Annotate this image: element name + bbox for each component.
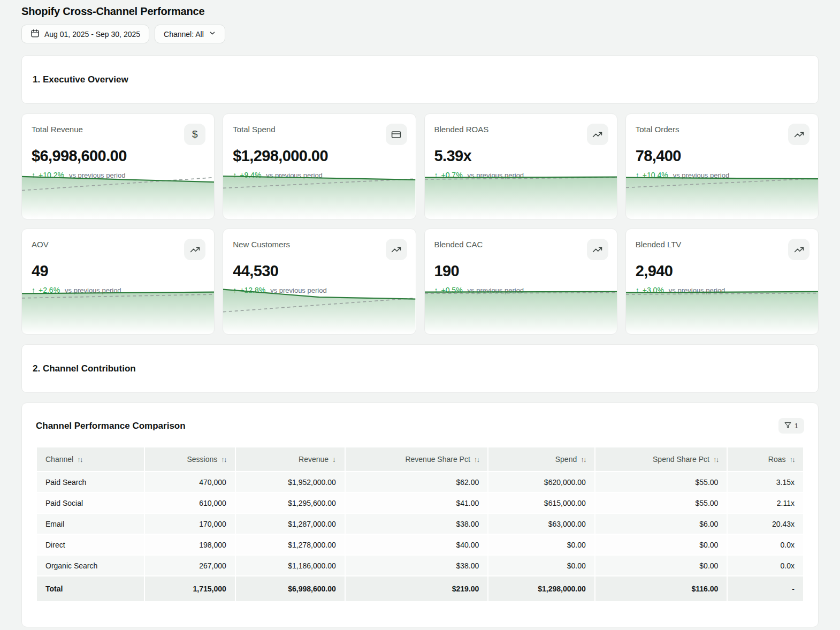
cell-sessions: 170,000 bbox=[145, 514, 235, 534]
section-header-channel-contribution: 2. Channel Contribution bbox=[21, 344, 819, 393]
cell-revenue: $1,186,000.00 bbox=[236, 556, 345, 575]
trending-up-icon bbox=[587, 124, 608, 145]
sort-icon: ↑↓ bbox=[713, 456, 719, 464]
cell-total-sessions: 1,715,000 bbox=[145, 576, 235, 601]
cell-revenue: $1,287,000.00 bbox=[236, 514, 345, 534]
channel-performance-card: Channel Performance Comparison 1 Channel… bbox=[21, 403, 819, 627]
cell-spend-share: $6.00 bbox=[595, 514, 727, 534]
page-title: Shopify Cross-Channel Performance bbox=[21, 5, 819, 18]
kpi-value: 44,530 bbox=[223, 262, 415, 280]
cell-roas: 20.43x bbox=[728, 514, 803, 534]
channel-performance-table: Channel↑↓ Sessions↑↓ Revenue↓ Revenue Sh… bbox=[36, 446, 804, 602]
table-row: Paid Social 610,000 $1,295,600.00 $41.00… bbox=[37, 493, 803, 513]
dollar-icon: $ bbox=[184, 124, 205, 145]
kpi-sparkline bbox=[22, 288, 214, 334]
cell-channel: Paid Social bbox=[37, 493, 144, 513]
table-row: Direct 198,000 $1,278,000.00 $40.00 $0.0… bbox=[37, 535, 803, 555]
kpi-sparkline bbox=[626, 288, 818, 334]
cell-sessions: 610,000 bbox=[145, 493, 235, 513]
cell-channel: Organic Search bbox=[37, 556, 144, 575]
col-header-channel[interactable]: Channel↑↓ bbox=[37, 447, 144, 471]
col-header-revenue-share-pct[interactable]: Revenue Share Pct↑↓ bbox=[346, 447, 488, 471]
cell-roas: 3.15x bbox=[728, 472, 803, 492]
kpi-label: Blended ROAS bbox=[434, 124, 489, 134]
kpi-sparkline bbox=[425, 288, 617, 334]
trending-up-icon bbox=[587, 239, 608, 260]
table-row: Paid Search 470,000 $1,952,000.00 $62.00… bbox=[37, 472, 803, 492]
sort-icon: ↑↓ bbox=[581, 456, 586, 464]
kpi-card-new-customers: New Customers 44,530 ↑+12.8%vs previous … bbox=[223, 229, 416, 335]
kpi-label: Total Revenue bbox=[32, 124, 83, 134]
date-range-button[interactable]: Aug 01, 2025 - Sep 30, 2025 bbox=[21, 25, 149, 43]
kpi-value: 2,940 bbox=[626, 262, 818, 280]
table-total-row: Total 1,715,000 $6,998,600.00 $219.00 $1… bbox=[37, 576, 803, 601]
cell-channel: Direct bbox=[37, 535, 144, 555]
kpi-card-total-orders: Total Orders 78,400 ↑+10.4%vs previous p… bbox=[625, 113, 819, 219]
filter-button[interactable]: 1 bbox=[778, 418, 804, 434]
table-row: Email 170,000 $1,287,000.00 $38.00 $63,0… bbox=[37, 514, 803, 534]
cell-total-revenue-share: $219.00 bbox=[346, 576, 488, 601]
cell-spend: $63,000.00 bbox=[488, 514, 594, 534]
date-range-label: Aug 01, 2025 - Sep 30, 2025 bbox=[44, 30, 140, 39]
cell-spend: $0.00 bbox=[488, 535, 594, 555]
kpi-label: New Customers bbox=[233, 239, 290, 249]
sort-icon: ↑↓ bbox=[221, 456, 226, 464]
col-header-roas[interactable]: Roas↑↓ bbox=[728, 447, 803, 471]
cell-total-spend: $1,298,000.00 bbox=[488, 576, 594, 601]
col-header-spend-share-pct[interactable]: Spend Share Pct↑↓ bbox=[595, 447, 727, 471]
cell-total-label: Total bbox=[37, 576, 144, 601]
filter-count: 1 bbox=[795, 422, 798, 430]
col-header-spend[interactable]: Spend↑↓ bbox=[488, 447, 594, 471]
trending-up-icon bbox=[386, 239, 407, 260]
kpi-grid: Total Revenue $ $6,998,600.00 ↑+10.2%vs … bbox=[21, 113, 819, 335]
kpi-sparkline bbox=[425, 173, 617, 219]
cell-spend-share: $55.00 bbox=[595, 493, 727, 513]
toolbar: Aug 01, 2025 - Sep 30, 2025 Channel: All bbox=[21, 25, 819, 43]
kpi-value: 5.39x bbox=[425, 147, 617, 165]
kpi-value: 190 bbox=[425, 262, 617, 280]
table-header-row: Channel↑↓ Sessions↑↓ Revenue↓ Revenue Sh… bbox=[37, 447, 803, 471]
kpi-card-blended-roas: Blended ROAS 5.39x ↑+0.7%vs previous per… bbox=[424, 113, 617, 219]
cell-sessions: 267,000 bbox=[145, 556, 235, 575]
trending-up-icon bbox=[788, 239, 810, 260]
cell-spend-share: $55.00 bbox=[595, 472, 727, 492]
cell-revenue-share: $62.00 bbox=[346, 472, 488, 492]
cell-roas: 2.11x bbox=[728, 493, 803, 513]
cell-revenue-share: $40.00 bbox=[346, 535, 488, 555]
chevron-down-icon bbox=[209, 29, 216, 39]
kpi-card-total-revenue: Total Revenue $ $6,998,600.00 ↑+10.2%vs … bbox=[21, 113, 215, 219]
cell-spend-share: $0.00 bbox=[595, 535, 727, 555]
kpi-sparkline bbox=[223, 288, 415, 334]
cell-revenue-share: $41.00 bbox=[346, 493, 488, 513]
kpi-card-blended-ltv: Blended LTV 2,940 ↑+3.0%vs previous peri… bbox=[625, 229, 819, 335]
kpi-sparkline bbox=[22, 173, 214, 219]
kpi-label: AOV bbox=[32, 239, 49, 249]
cell-spend: $615,000.00 bbox=[488, 493, 594, 513]
cell-revenue: $1,295,600.00 bbox=[236, 493, 345, 513]
credit-card-icon bbox=[386, 124, 407, 145]
sort-desc-icon: ↓ bbox=[332, 456, 336, 464]
cell-roas: 0.0x bbox=[728, 535, 803, 555]
kpi-value: 78,400 bbox=[626, 147, 818, 165]
cell-spend-share: $0.00 bbox=[595, 556, 727, 575]
cell-revenue: $1,952,000.00 bbox=[236, 472, 345, 492]
cell-channel: Paid Search bbox=[37, 472, 144, 492]
channel-filter-button[interactable]: Channel: All bbox=[155, 25, 225, 43]
cell-spend: $0.00 bbox=[488, 556, 594, 575]
section-title: 2. Channel Contribution bbox=[33, 363, 136, 374]
kpi-value: $6,998,600.00 bbox=[22, 147, 214, 165]
col-header-revenue[interactable]: Revenue↓ bbox=[236, 447, 345, 471]
kpi-sparkline bbox=[626, 173, 818, 219]
cell-sessions: 470,000 bbox=[145, 472, 235, 492]
channel-filter-label: Channel: All bbox=[164, 30, 204, 39]
table-row: Organic Search 267,000 $1,186,000.00 $38… bbox=[37, 556, 803, 575]
cell-total-revenue: $6,998,600.00 bbox=[236, 576, 345, 601]
cell-total-spend-share: $116.00 bbox=[595, 576, 727, 601]
cell-revenue-share: $38.00 bbox=[346, 556, 488, 575]
kpi-value: $1,298,000.00 bbox=[223, 147, 415, 165]
col-header-sessions[interactable]: Sessions↑↓ bbox=[145, 447, 235, 471]
calendar-icon bbox=[30, 29, 40, 40]
kpi-label: Blended LTV bbox=[636, 239, 682, 249]
sort-icon: ↑↓ bbox=[77, 456, 82, 464]
funnel-icon bbox=[784, 422, 791, 430]
